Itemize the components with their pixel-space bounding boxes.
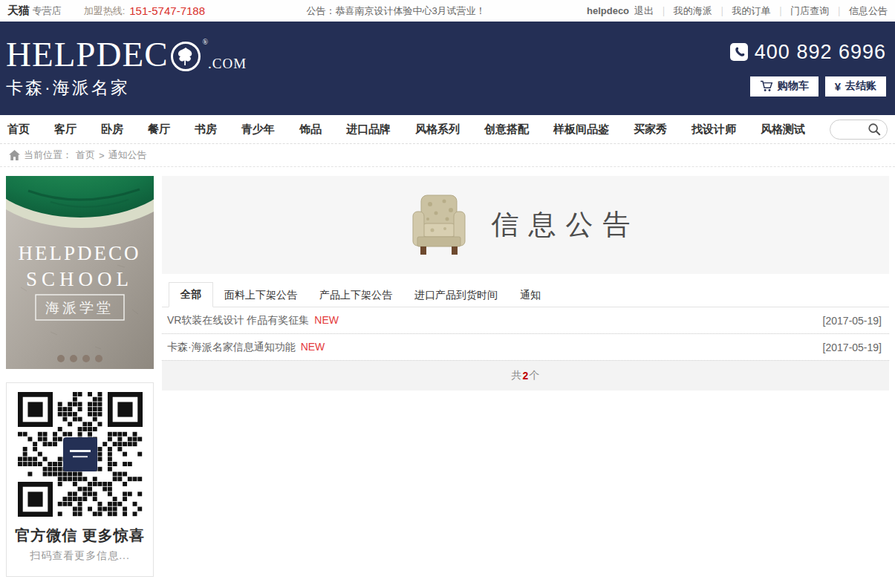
- separator: ｜: [717, 4, 727, 18]
- separator: ｜: [659, 4, 668, 18]
- school-banner-image: HELPDECO SCHOOL 海派学堂: [6, 176, 154, 369]
- total-count-bar: 共2个: [162, 361, 889, 391]
- username-link[interactable]: helpdeco: [587, 5, 629, 16]
- separator: ｜: [834, 4, 844, 18]
- separator: ｜: [776, 4, 786, 18]
- notice-date: [2017-05-19]: [823, 315, 882, 327]
- wechat-qr-code: [18, 392, 143, 517]
- oak-leaf-logo-icon: [169, 39, 202, 72]
- tab-fabric-listing[interactable]: 面料上下架公告: [213, 284, 308, 307]
- notice-date: [2017-05-19]: [823, 342, 882, 353]
- my-orders-link[interactable]: 我的订单: [732, 4, 771, 18]
- nav-item-buyer-show[interactable]: 买家秀: [634, 122, 667, 137]
- search-icon[interactable]: [868, 122, 881, 139]
- carousel-dot[interactable]: [70, 355, 77, 362]
- nav-item-style-test[interactable]: 风格测试: [761, 122, 805, 137]
- home-icon: [9, 150, 20, 160]
- total-prefix: 共: [512, 369, 522, 382]
- cart-icon: [760, 80, 773, 92]
- top-utility-bar: 天猫 专营店 加盟热线:151-5747-7188 公告：恭喜南京设计体验中心3…: [0, 0, 895, 22]
- nav-item-youth[interactable]: 青少年: [241, 122, 275, 137]
- nav-item-creative-match[interactable]: 创意搭配: [484, 122, 529, 137]
- notice-title-link[interactable]: VR软装在线设计 作品有奖征集: [167, 314, 309, 326]
- tab-notification[interactable]: 通知: [509, 284, 552, 307]
- cart-button[interactable]: 购物车: [750, 76, 818, 97]
- breadcrumb: 当前位置： 首页 > 通知公告: [0, 144, 895, 167]
- carousel-dot[interactable]: [95, 355, 102, 362]
- carousel-dots: [6, 355, 154, 362]
- hotline-number: 151-5747-7188: [129, 4, 205, 17]
- nav-item-living-room[interactable]: 客厅: [54, 122, 77, 137]
- wechat-title: 官方微信 更多惊喜: [7, 526, 153, 546]
- tmall-brand-label: 天猫: [7, 4, 30, 16]
- total-count: 2: [522, 370, 530, 382]
- breadcrumb-separator: >: [99, 150, 105, 161]
- tmall-store-type-label: 专营店: [33, 5, 62, 16]
- left-sidebar: HELPDECO SCHOOL 海派学堂 官方微信 更多惊喜 扫码查看更多信息.…: [6, 176, 154, 577]
- wechat-qr-panel: 官方微信 更多惊喜 扫码查看更多信息...: [6, 382, 154, 577]
- search-box: [830, 120, 888, 140]
- page-title-banner: 信息公告: [162, 176, 889, 274]
- logo-com-text: .COM: [208, 56, 247, 71]
- service-phone-number: 400 892 6996: [755, 41, 886, 64]
- new-badge: NEW: [314, 314, 339, 326]
- nav-item-bedroom[interactable]: 卧房: [101, 122, 123, 137]
- notice-row: VR软装在线设计 作品有奖征集NEW [2017-05-19]: [162, 307, 889, 334]
- breadcrumb-home-link[interactable]: 首页: [76, 148, 95, 162]
- total-suffix: 个: [529, 369, 539, 382]
- breadcrumb-prefix: 当前位置：: [24, 148, 72, 162]
- nav-item-dining-room[interactable]: 餐厅: [148, 122, 170, 137]
- notice-title-link[interactable]: 卡森·海派名家信息通知功能: [167, 341, 296, 353]
- new-badge: NEW: [301, 341, 325, 353]
- notice-tabs: 全部 面料上下架公告 产品上下架公告 进口产品到货时间 通知: [162, 282, 889, 307]
- school-promo-banner[interactable]: HELPDECO SCHOOL 海派学堂: [6, 176, 154, 369]
- main-content: 信息公告 全部 面料上下架公告 产品上下架公告 进口产品到货时间 通知 VR软装…: [162, 176, 889, 577]
- armchair-image: [411, 194, 466, 256]
- announcement-text: 公告：恭喜南京设计体验中心3月试营业！: [205, 4, 587, 18]
- banner-title-line2: SCHOOL: [26, 268, 133, 290]
- brand-tagline: 卡森·海派名家: [6, 76, 247, 99]
- site-logo[interactable]: HELPDEC ® .COM 卡森·海派名家: [6, 37, 247, 99]
- checkout-button-label: 去结账: [845, 79, 876, 93]
- page-title: 信息公告: [492, 206, 640, 244]
- store-locator-link[interactable]: 门店查询: [790, 4, 829, 18]
- nav-item-find-designer[interactable]: 找设计师: [691, 122, 736, 137]
- tab-product-listing[interactable]: 产品上下架公告: [308, 284, 403, 307]
- breadcrumb-current: 通知公告: [108, 148, 147, 162]
- nav-item-decor[interactable]: 饰品: [299, 122, 322, 137]
- tmall-store-link[interactable]: 天猫 专营店: [7, 4, 62, 18]
- cart-button-label: 购物车: [778, 79, 809, 93]
- logo-text: HELPDEC: [6, 37, 169, 72]
- registered-mark: ®: [203, 39, 209, 46]
- carousel-dot[interactable]: [57, 355, 65, 362]
- site-header: HELPDEC ® .COM 卡森·海派名家 400 892 6996 购物车: [0, 22, 895, 115]
- carousel-dot[interactable]: [82, 355, 90, 362]
- yen-icon: ¥: [835, 80, 841, 93]
- hotline-label: 加盟热线:: [84, 4, 126, 18]
- notice-row: 卡森·海派名家信息通知功能NEW [2017-05-19]: [162, 334, 889, 361]
- banner-title-line1: HELPDECO: [19, 242, 141, 264]
- nav-item-study[interactable]: 书房: [195, 122, 217, 137]
- my-haipai-link[interactable]: 我的海派: [674, 4, 712, 18]
- wechat-subtitle: 扫码查看更多信息...: [7, 549, 153, 563]
- banner-badge: 海派学堂: [45, 300, 114, 316]
- main-navigation: 首页 客厅 卧房 餐厅 书房 青少年 饰品 进口品牌 风格系列 创意搭配 样板间…: [0, 115, 895, 144]
- notice-link[interactable]: 信息公告: [849, 4, 888, 18]
- checkout-button[interactable]: ¥ 去结账: [825, 76, 886, 97]
- nav-item-home[interactable]: 首页: [7, 122, 30, 137]
- tab-import-arrival[interactable]: 进口产品到货时间: [403, 284, 509, 307]
- phone-icon: [730, 43, 748, 61]
- logout-link[interactable]: 退出: [634, 4, 654, 18]
- nav-item-showroom[interactable]: 样板间品鉴: [553, 122, 609, 137]
- nav-item-style-series[interactable]: 风格系列: [415, 122, 460, 137]
- tab-all[interactable]: 全部: [169, 282, 213, 307]
- nav-item-import-brands[interactable]: 进口品牌: [346, 122, 391, 137]
